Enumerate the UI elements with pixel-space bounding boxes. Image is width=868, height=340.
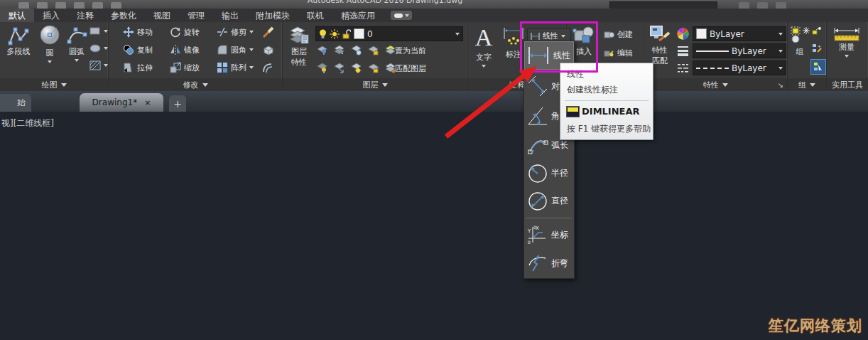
chevron-down-icon[interactable]: [75, 59, 79, 64]
chevron-down-icon[interactable]: [48, 60, 52, 65]
menu-item-diameter[interactable]: 直径: [524, 187, 574, 215]
viewport-controls-label[interactable]: 视][二维线框]: [1, 117, 54, 129]
tooltip-description: 创建线性标注: [567, 84, 618, 96]
copy-button[interactable]: 复制: [123, 44, 153, 55]
erase-button[interactable]: [262, 26, 274, 38]
titlebar-icon[interactable]: [776, 2, 786, 9]
qat-icon[interactable]: [37, 2, 48, 9]
qat-icon[interactable]: [92, 2, 103, 9]
fillet-button[interactable]: 圆角: [217, 44, 254, 55]
dim-jogged-icon: [527, 253, 548, 274]
titlebar-icon[interactable]: [739, 2, 749, 9]
set-current-button[interactable]: 置为当前: [395, 46, 426, 56]
panel-label-properties[interactable]: 特性 ↘: [644, 78, 788, 91]
ribbon-tab-addins[interactable]: 附加模块: [247, 9, 298, 22]
panel-label-layers[interactable]: 图层: [283, 78, 468, 91]
properties-dialog-launcher-icon[interactable]: ↘: [778, 81, 783, 89]
offset-button[interactable]: [262, 62, 274, 74]
trim-button[interactable]: 修剪: [217, 26, 254, 38]
text-button[interactable]: A 文字: [470, 23, 498, 70]
file-tab-drawing1[interactable]: Drawing1* ×: [80, 93, 163, 112]
group-button[interactable]: 组: [789, 25, 810, 57]
layer-unlock-icon[interactable]: [368, 63, 379, 73]
panel-expand-icon: [722, 83, 728, 90]
ribbon-tab-output[interactable]: 输出: [213, 9, 247, 22]
panel-utilities: 测量 实用工具: [827, 22, 868, 78]
lineweight-icon[interactable]: [677, 46, 689, 56]
chevron-down-icon: [104, 64, 108, 69]
hatch-flyout-button[interactable]: [89, 60, 108, 70]
layer-lock-icon[interactable]: [368, 45, 379, 55]
match-layer-button[interactable]: 匹配图层: [395, 63, 426, 74]
menu-item-jogged[interactable]: 折弯: [524, 249, 574, 277]
edit-block-button[interactable]: 编辑: [604, 48, 633, 58]
rectangle-flyout-button[interactable]: [89, 26, 108, 36]
ribbon-tab-parametric[interactable]: 参数化: [102, 9, 145, 22]
polyline-button[interactable]: 多段线: [1, 25, 36, 57]
create-block-button[interactable]: 创建: [604, 29, 633, 40]
color-wheel-icon[interactable]: [677, 28, 689, 40]
rotate-button[interactable]: 旋转: [170, 26, 200, 38]
move-button[interactable]: 移动: [123, 26, 153, 38]
ungroup-button[interactable]: [812, 26, 822, 36]
dim-ordinate-icon: YX 00: [527, 224, 548, 245]
explode-button[interactable]: [262, 44, 274, 56]
array-icon: [217, 62, 228, 73]
layer-freeze-icon[interactable]: [334, 45, 345, 55]
qat-icon[interactable]: [74, 2, 85, 9]
panel-label-draw[interactable]: 绘图: [0, 78, 109, 91]
help-search-field[interactable]: [609, 1, 717, 9]
ribbon-tab-online[interactable]: 联机: [298, 9, 332, 22]
chevron-down-icon: [249, 66, 254, 71]
arc-button[interactable]: 圆弧: [64, 25, 89, 64]
group-selection-toggle[interactable]: [810, 59, 826, 75]
ungroup-icon: [812, 26, 822, 36]
ribbon-tab-manage[interactable]: 管理: [179, 9, 213, 22]
layer-freeze2-icon[interactable]: [351, 45, 362, 55]
linetype-sample: [696, 68, 729, 69]
object-color-dropdown[interactable]: ByLayer: [693, 26, 786, 41]
linetype-dropdown[interactable]: ByLayer: [693, 60, 786, 75]
close-icon[interactable]: ×: [144, 98, 151, 107]
measure-button[interactable]: 测量: [831, 26, 862, 60]
ellipse-flyout-button[interactable]: [89, 43, 108, 53]
ribbon-tab-annotate[interactable]: 注释: [68, 9, 102, 22]
panel-label-utilities[interactable]: 实用工具: [827, 78, 868, 91]
mirror-button[interactable]: 镜像: [170, 44, 200, 55]
qat-icon[interactable]: [111, 2, 121, 9]
layer-select-dropdown[interactable]: 0: [315, 26, 463, 41]
layer-thaw-icon[interactable]: [351, 63, 362, 73]
menu-item-radius[interactable]: 半径: [524, 159, 574, 187]
ribbon-tab-default[interactable]: 默认: [0, 9, 34, 22]
qat-icon[interactable]: [55, 2, 66, 9]
group-edit-icon: +: [812, 43, 822, 53]
ribbon-tab-featured-apps[interactable]: 精选应用: [332, 9, 384, 22]
match-properties-icon: [649, 25, 671, 45]
titlebar-icon[interactable]: [757, 2, 768, 9]
layer-properties-button[interactable]: 图层 特性: [286, 25, 313, 68]
cloud-icon[interactable]: [391, 11, 412, 20]
chevron-down-icon: [249, 48, 254, 53]
scale-button[interactable]: 缩放: [170, 62, 200, 73]
stretch-button[interactable]: 拉伸: [123, 62, 153, 73]
stretch-icon: [123, 62, 134, 73]
qat-icon[interactable]: [18, 2, 29, 9]
panel-label-modify[interactable]: 修改: [109, 78, 283, 91]
lineweight-dropdown[interactable]: ByLayer: [693, 43, 786, 58]
file-tab-start[interactable]: 始: [0, 94, 31, 112]
layer-isolate-icon[interactable]: [317, 63, 327, 73]
panel-label-groups[interactable]: 组: [788, 78, 827, 91]
circle-button[interactable]: 圆: [36, 23, 64, 65]
ribbon-tab-view[interactable]: 视图: [145, 9, 179, 22]
array-button[interactable]: 阵列: [217, 62, 254, 73]
new-drawing-tab-button[interactable]: +: [169, 95, 186, 112]
ribbon-tab-insert[interactable]: 插入: [34, 9, 68, 22]
watermark: 笙亿网络策划: [769, 316, 862, 336]
layer-unisolate-icon[interactable]: [334, 63, 345, 73]
linetype-icon[interactable]: [677, 63, 689, 73]
match-properties-button[interactable]: 特性 匹配: [646, 25, 674, 66]
group-edit-button[interactable]: +: [812, 43, 822, 53]
drawing-area[interactable]: 视][二维线框] 笙亿网络策划: [0, 112, 868, 340]
menu-item-ordinate[interactable]: YX 00 坐标: [524, 221, 574, 249]
layer-off-icon[interactable]: [317, 45, 327, 55]
